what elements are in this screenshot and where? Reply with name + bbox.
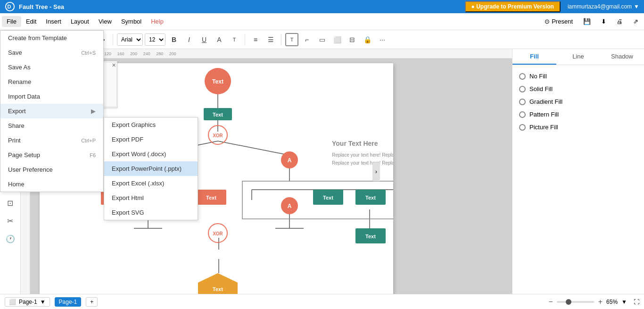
tab-line[interactable]: Line [556, 49, 600, 65]
menu-create-template[interactable]: Create from Template [0, 31, 103, 45]
menu-save[interactable]: Save Ctrl+S [0, 45, 103, 60]
solid-fill-option[interactable]: Solid Fill [517, 83, 639, 95]
lock-btn[interactable]: 🔒 [361, 33, 374, 46]
svg-text:A: A [288, 203, 292, 209]
right-panel-tabs: Fill Line Shadow [512, 49, 644, 65]
download-icon-btn[interactable]: ⬇ [597, 16, 610, 27]
picture-fill-label: Picture Fill [529, 124, 558, 131]
menu-print[interactable]: Print Ctrl+P [0, 133, 103, 148]
zoom-out-btn[interactable]: − [548, 298, 553, 306]
menu-help[interactable]: Help [146, 16, 168, 27]
save-icon-btn[interactable]: 💾 [579, 16, 594, 27]
export-html-item[interactable]: Export Html [104, 191, 198, 205]
page-setup-shortcut: F6 [90, 152, 96, 158]
print-icon-btn[interactable]: 🖨 [613, 16, 627, 27]
page-dropdown-icon[interactable]: ▼ [40, 299, 46, 305]
svg-text:A: A [288, 157, 292, 164]
app-logo-icon: D [5, 1, 15, 12]
font-color-btn[interactable]: A [213, 33, 226, 46]
fill-options: No Fill Solid Fill Gradient Fill Pattern… [512, 65, 644, 138]
text-style-btn[interactable]: T [285, 33, 298, 46]
underline-btn[interactable]: U [198, 33, 211, 46]
export-excel-item[interactable]: Export Excel (.xlsx) [104, 176, 198, 191]
panel-toggle-btn[interactable]: › [372, 162, 380, 181]
zoom-dropdown-icon[interactable]: ▼ [621, 299, 627, 305]
menu-export[interactable]: Export ▶ [0, 104, 103, 118]
menu-save-as[interactable]: Save As [0, 60, 103, 75]
menu-edit[interactable]: Edit [21, 16, 41, 27]
gradient-fill-label: Gradient Fill [529, 98, 562, 105]
print-label: Print [8, 137, 21, 144]
menu-import-data[interactable]: Import Data [0, 89, 103, 104]
page-1-tab[interactable]: Page-1 [55, 297, 82, 307]
pattern-fill-radio [519, 111, 526, 118]
sep2 [113, 34, 113, 45]
align-btn[interactable]: ⊟ [346, 33, 359, 46]
picture-fill-option[interactable]: Picture Fill [517, 121, 639, 134]
tab-shadow[interactable]: Shadow [600, 49, 644, 65]
menu-layout[interactable]: Layout [66, 16, 94, 27]
font-family-select[interactable]: Arial [117, 33, 143, 46]
svg-text:Text: Text [213, 112, 223, 117]
rect-btn[interactable]: ▭ [315, 33, 329, 46]
history-btn[interactable]: 🕐 [2, 230, 19, 247]
tab-fill[interactable]: Fill [512, 49, 556, 65]
text-btn[interactable]: T [228, 33, 241, 46]
crop-btn[interactable]: ✂ [2, 212, 19, 229]
save-shortcut: Ctrl+S [81, 50, 96, 56]
group-btn[interactable]: ⊡ [2, 194, 19, 211]
font-size-select[interactable]: 12 [145, 33, 165, 46]
rounded-rect-btn[interactable]: ⬜ [330, 33, 344, 46]
align-left-btn[interactable]: ≡ [249, 33, 262, 46]
page-view-btn[interactable]: ⬜ Page-1 ▼ [5, 297, 50, 307]
upgrade-button[interactable]: ● Upgrade to Premium Version [465, 1, 561, 12]
menu-insert[interactable]: Insert [41, 16, 66, 27]
menu-symbol[interactable]: Symbol [116, 16, 146, 27]
pattern-fill-option[interactable]: Pattern Fill [517, 108, 639, 121]
zoom-controls: − + 65% ▼ ⛶ [548, 298, 639, 306]
italic-btn[interactable]: I [182, 33, 196, 46]
svg-text:XOR: XOR [213, 133, 223, 138]
export-pptx-label: Export PowerPoint (.pptx) [112, 165, 182, 172]
title-bar: D Fault Tree - Sea ● Upgrade to Premium … [0, 0, 644, 13]
gradient-fill-option[interactable]: Gradient Fill [517, 95, 639, 108]
svg-text:Text: Text [323, 195, 333, 200]
svg-text:XOR: XOR [213, 231, 223, 236]
zoom-in-btn[interactable]: + [598, 298, 603, 306]
menu-right-actions: ⊙ Present 💾 ⬇ 🖨 ⇗ [541, 16, 642, 27]
share-icon-btn[interactable]: ⇗ [629, 16, 642, 27]
no-fill-option[interactable]: No Fill [517, 70, 639, 83]
more-btn[interactable]: ··· [376, 33, 389, 46]
user-dropdown-icon[interactable]: ▼ [634, 3, 639, 10]
menu-file[interactable]: File [2, 16, 21, 27]
export-pptx-item[interactable]: Export PowerPoint (.pptx) [104, 161, 198, 176]
present-button[interactable]: ⊙ Present [541, 16, 577, 27]
menu-home[interactable]: Home [0, 177, 103, 192]
page-tab-label: Page-1 [19, 299, 37, 305]
export-word-label: Export Word (.docx) [112, 150, 166, 158]
add-page-btn[interactable]: + [86, 297, 98, 307]
export-svg-label: Export SVG [112, 209, 144, 216]
menu-user-preference[interactable]: User Preference [0, 162, 103, 177]
zoom-slider[interactable] [557, 301, 594, 303]
export-svg-item[interactable]: Export SVG [104, 205, 198, 220]
export-arrow-icon: ▶ [91, 108, 96, 115]
share-label: Share [8, 122, 25, 129]
line-spacing-btn[interactable]: ☰ [264, 33, 277, 46]
menu-view[interactable]: View [94, 16, 116, 27]
svg-text:Replace your text here!  Repla: Replace your text here! Replace your tex… [332, 152, 393, 158]
menu-rename[interactable]: Rename [0, 75, 103, 89]
connector-btn[interactable]: ⌐ [300, 33, 314, 46]
bold-btn[interactable]: B [167, 33, 181, 46]
export-graphics-item[interactable]: Export Graphics [104, 117, 198, 132]
thumbnail-close-btn[interactable]: ✕ [112, 62, 116, 68]
menu-page-setup[interactable]: Page Setup F6 [0, 148, 103, 162]
export-graphics-label: Export Graphics [112, 121, 156, 128]
export-pdf-item[interactable]: Export PDF [104, 132, 198, 147]
svg-text:Your Text Here: Your Text Here [332, 140, 378, 147]
menu-share[interactable]: Share [0, 118, 103, 133]
export-word-item[interactable]: Export Word (.docx) [104, 147, 198, 161]
present-label: Present [552, 18, 573, 25]
page-icon: ⬜ [9, 299, 16, 305]
fit-screen-icon[interactable]: ⛶ [634, 299, 639, 305]
